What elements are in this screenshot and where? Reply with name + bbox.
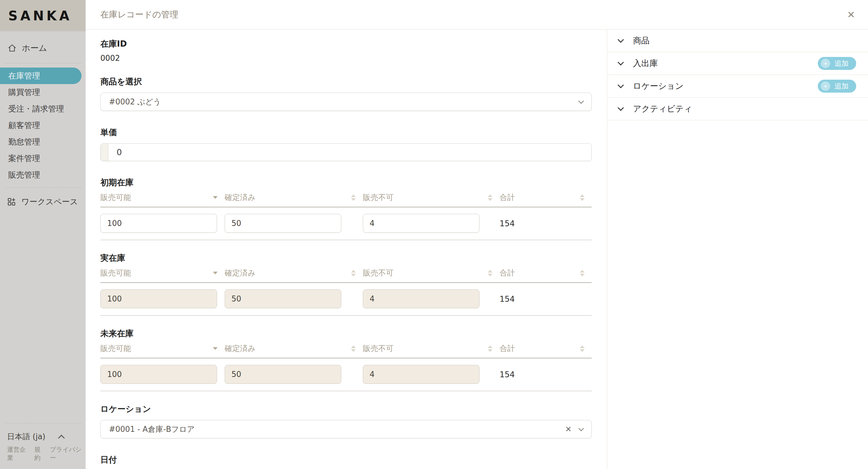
sidebar-item-customers[interactable]: 顧客管理 [0, 117, 86, 134]
unit-price-field [100, 143, 592, 161]
panel-section-activity: アクティビティ [607, 98, 868, 120]
add-location-button[interactable]: ＋ 追加 [818, 80, 856, 93]
sidebar-item-purchasing[interactable]: 購買管理 [0, 84, 86, 101]
actual-stock-label: 実在庫 [100, 253, 592, 264]
actual-confirmed-input[interactable] [225, 289, 341, 308]
sidebar-divider [6, 187, 82, 188]
section-toggle-product[interactable]: 商品 [619, 35, 650, 46]
inventory-form: 在庫ID 0002 商品を選択 #0002 ぶどう 単価 初期在庫 [86, 30, 607, 469]
sidebar-item-attendance[interactable]: 勤怠管理 [0, 134, 86, 150]
section-label: 入出庫 [633, 58, 658, 69]
sidebar-item-home[interactable]: ホーム [0, 37, 86, 59]
sort-icon[interactable] [580, 345, 585, 352]
sort-icon[interactable] [488, 270, 492, 276]
sort-icon[interactable] [351, 270, 356, 276]
table-row: 154 [100, 283, 592, 315]
language-selector[interactable]: 日本語 (ja) [0, 427, 86, 442]
related-panel: 商品 入出庫 ＋ 追加 ロケーション [607, 30, 868, 469]
initial-unsellable-input[interactable] [363, 214, 479, 233]
panel-section-product: 商品 [607, 30, 868, 52]
location-select-value: #0001 - A倉庫-Bフロア [109, 424, 195, 434]
col-unsellable: 販売不可 [363, 192, 394, 203]
privacy-link[interactable]: プライバシー [50, 445, 86, 462]
actual-unsellable-input[interactable] [363, 289, 479, 308]
sidebar: SANKA ホーム 在庫管理 購買管理 受注・請求管理 顧客管理 勤怠管理 案件… [0, 0, 86, 469]
unit-price-prefix [101, 144, 108, 161]
actual-available-input[interactable] [100, 289, 217, 308]
col-total: 合計 [500, 343, 515, 354]
col-total: 合計 [500, 268, 515, 278]
plus-icon: ＋ [821, 59, 830, 68]
sort-descending-icon[interactable] [213, 272, 218, 274]
stock-id-value: 0002 [100, 54, 592, 63]
chevron-down-icon [618, 105, 624, 111]
chevron-down-icon [618, 82, 624, 88]
actual-stock-section: 実在庫 販売可能 確定済み 販売不可 合計 [100, 253, 592, 315]
future-available-input[interactable] [100, 365, 217, 384]
col-total: 合計 [500, 192, 515, 203]
stock-table-header: 販売可能 確定済み 販売不可 合計 [100, 192, 592, 207]
chevron-down-icon [618, 37, 624, 43]
sort-descending-icon[interactable] [213, 347, 218, 350]
section-label: ロケーション [633, 80, 683, 92]
table-row: 154 [100, 207, 592, 240]
date-label: 日付 [100, 454, 592, 465]
col-unsellable: 販売不可 [363, 268, 394, 278]
col-available: 販売可能 [100, 268, 131, 278]
panel-section-inbound-outbound: 入出庫 ＋ 追加 [607, 52, 868, 75]
initial-total-value: 154 [500, 219, 592, 228]
company-link[interactable]: 運営企業 [7, 445, 30, 462]
section-toggle-activity[interactable]: アクティビティ [619, 103, 692, 114]
col-confirmed: 確定済み [225, 268, 256, 278]
unit-price-label: 単価 [100, 127, 592, 138]
product-select[interactable]: #0002 ぶどう [100, 93, 592, 111]
section-toggle-inbound-outbound[interactable]: 入出庫 [619, 58, 658, 69]
main-area: 在庫レコードの管理 ✕ 在庫ID 0002 商品を選択 #0002 ぶどう 単価 [86, 0, 868, 469]
add-inbound-outbound-button[interactable]: ＋ 追加 [818, 57, 856, 70]
workspace-grid-icon [7, 197, 16, 206]
sort-icon[interactable] [488, 345, 492, 352]
chevron-down-icon [578, 426, 584, 431]
future-confirmed-input[interactable] [225, 365, 341, 384]
sidebar-item-workspace[interactable]: ワークスペース [0, 192, 86, 212]
terms-link[interactable]: 規約 [34, 445, 46, 462]
sort-icon[interactable] [580, 270, 585, 276]
sort-icon[interactable] [488, 194, 492, 201]
sanka-logo: SANKA [0, 0, 86, 31]
product-select-value: #0002 ぶどう [109, 97, 161, 107]
location-select[interactable]: #0001 - A倉庫-Bフロア ✕ [100, 420, 592, 438]
sidebar-item-orders-billing[interactable]: 受注・請求管理 [0, 101, 86, 117]
future-stock-label: 未来在庫 [100, 328, 592, 339]
page-header: 在庫レコードの管理 ✕ [86, 0, 868, 30]
unit-price-input[interactable] [108, 144, 591, 161]
sidebar-item-label: ホーム [22, 42, 47, 54]
sidebar-divider [6, 423, 82, 423]
sort-icon[interactable] [580, 194, 585, 201]
col-unsellable: 販売不可 [363, 343, 394, 354]
page-body: 在庫ID 0002 商品を選択 #0002 ぶどう 単価 初期在庫 [86, 30, 868, 469]
section-toggle-location[interactable]: ロケーション [619, 80, 683, 92]
sidebar-nav: ホーム 在庫管理 購買管理 受注・請求管理 顧客管理 勤怠管理 案件管理 販売管… [0, 31, 86, 419]
col-available: 販売可能 [100, 192, 131, 203]
sidebar-item-sales[interactable]: 販売管理 [0, 167, 86, 183]
sidebar-item-projects[interactable]: 案件管理 [0, 150, 86, 167]
sort-icon[interactable] [351, 194, 356, 201]
sidebar-item-inventory[interactable]: 在庫管理 [0, 68, 82, 84]
initial-stock-label: 初期在庫 [100, 177, 592, 188]
col-available: 販売可能 [100, 343, 131, 354]
close-icon[interactable]: ✕ [847, 10, 855, 20]
chevron-up-icon [58, 434, 65, 441]
clear-icon[interactable]: ✕ [565, 425, 571, 434]
initial-available-input[interactable] [100, 214, 217, 233]
page-title: 在庫レコードの管理 [100, 9, 178, 21]
sort-icon[interactable] [351, 345, 356, 352]
stock-table-header: 販売可能 確定済み 販売不可 合計 [100, 343, 592, 358]
language-label: 日本語 (ja) [7, 432, 45, 442]
initial-confirmed-input[interactable] [225, 214, 341, 233]
add-button-label: 追加 [834, 81, 848, 91]
actual-total-value: 154 [500, 294, 592, 304]
sort-descending-icon[interactable] [213, 196, 218, 199]
stock-id-label: 在庫ID [100, 38, 592, 49]
initial-stock-section: 初期在庫 販売可能 確定済み 販売不可 合計 [100, 177, 592, 240]
future-unsellable-input[interactable] [363, 365, 479, 384]
